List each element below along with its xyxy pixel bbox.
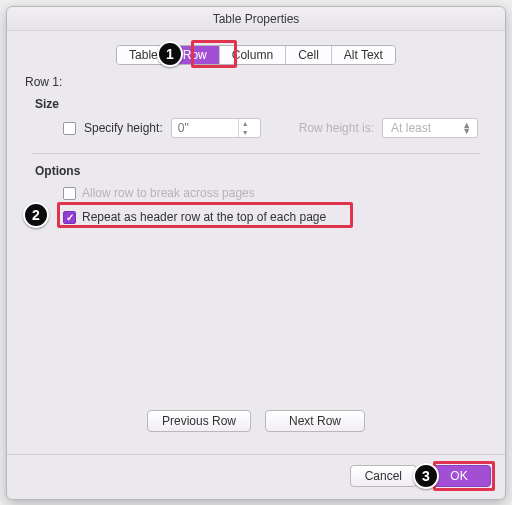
size-row: Specify height: ▲ ▼ Row height is: At le… [63,117,487,139]
cancel-label: Cancel [365,469,402,483]
row-height-dropdown-value: At least [391,121,431,135]
previous-row-button[interactable]: Previous Row [147,410,251,432]
updown-icon: ▲▼ [462,122,471,134]
next-row-label: Next Row [289,414,341,428]
specify-height-label: Specify height: [84,121,163,135]
tab-row-label: Row [183,46,207,64]
allow-break-label: Allow row to break across pages [82,186,255,200]
cancel-button[interactable]: Cancel [350,465,417,487]
row-nav: Previous Row Next Row [25,410,487,432]
tab-cell-label: Cell [298,46,319,64]
stepper-down-icon: ▼ [239,128,252,137]
height-stepper[interactable]: ▲ ▼ [238,119,252,137]
size-section-title: Size [35,97,487,111]
allow-break-row: Allow row to break across pages [63,184,487,202]
row-number-label: Row 1: [25,75,487,89]
callout-3: 3 [413,463,439,489]
tab-alttext-label: Alt Text [344,46,383,64]
callout-1: 1 [157,41,183,67]
allow-break-checkbox[interactable] [63,187,76,200]
tab-cell[interactable]: Cell [285,46,331,64]
spacer [25,226,487,410]
height-input[interactable] [172,119,238,137]
callout-2: 2 [23,202,49,228]
repeat-header-checkbox[interactable] [63,211,76,224]
tabs-container: Table Row Column Cell Alt Text 1 [25,45,487,65]
next-row-button[interactable]: Next Row [265,410,365,432]
repeat-header-label: Repeat as header row at the top of each … [82,210,326,224]
divider [31,153,481,154]
specify-height-checkbox[interactable] [63,122,76,135]
window-title: Table Properties [7,7,505,31]
table-properties-dialog: Table Properties Table Row Column Cell A… [6,6,506,500]
tab-column-label: Column [232,46,273,64]
tab-table-label: Table [129,46,158,64]
ok-label: OK [450,469,467,483]
tab-column[interactable]: Column [219,46,285,64]
height-input-wrap: ▲ ▼ [171,118,261,138]
options-section-title: Options [35,164,487,178]
tab-alttext[interactable]: Alt Text [331,46,395,64]
previous-row-label: Previous Row [162,414,236,428]
row-height-dropdown[interactable]: At least ▲▼ [382,118,478,138]
row-height-is-label: Row height is: [299,121,374,135]
stepper-up-icon: ▲ [239,119,252,128]
dialog-footer: Cancel OK 3 [7,454,505,499]
options-group: Allow row to break across pages Repeat a… [63,184,487,226]
repeat-header-row: Repeat as header row at the top of each … [63,208,487,226]
dialog-body: Table Row Column Cell Alt Text 1 Row 1: … [7,31,505,454]
